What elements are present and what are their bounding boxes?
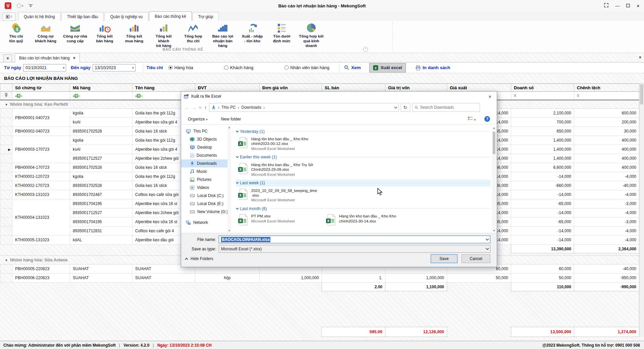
column-header-8[interactable]: Doanh số: [511, 84, 574, 92]
cell-doanh-so[interactable]: -65,000: [511, 217, 574, 227]
scroll-up-icon[interactable]: ▲: [228, 126, 231, 129]
cell-doc[interactable]: PBH00001-040723: [12, 109, 70, 127]
cell-chenh-lech[interactable]: 400,000: [574, 145, 639, 154]
back-button[interactable]: ←: [184, 105, 190, 110]
cell-dvt[interactable]: hộp: [195, 273, 260, 283]
cell-ma-hang[interactable]: SUAHAT: [70, 264, 132, 273]
cell-doanh-so[interactable]: -14,000: [511, 172, 574, 181]
ribbon-tab-3[interactable]: Báo cáo thống kê: [149, 11, 192, 21]
filter-cell-0[interactable]: ᴀBᴄ: [12, 92, 70, 100]
cell-doc[interactable]: KTH00001-120723: [12, 172, 70, 181]
ribbon-item-3[interactable]: Tổng kếtbán hàng: [90, 21, 119, 45]
document-tab[interactable]: Báo cáo lợi nhuận bán hàng ×: [15, 53, 80, 62]
cell-gia-tri-von[interactable]: 1,000,000: [385, 273, 447, 283]
column-header-0[interactable]: Số chứng từ: [12, 84, 70, 92]
sidebar-item-local-disk-e-[interactable]: Local Disk (E:): [181, 200, 231, 208]
cell-chenh-lech[interactable]: -3,000: [574, 199, 639, 208]
cell-doc[interactable]: PBH00004-170723: [12, 163, 70, 172]
cell-ma-hang[interactable]: 8935001704195: [70, 199, 132, 208]
column-header-3[interactable]: ĐVT: [195, 84, 260, 92]
cell-gia-xuat[interactable]: 50,000: [447, 273, 511, 283]
file-group-header-1[interactable]: Earlier this week (1): [236, 154, 491, 161]
cell-doanh-so[interactable]: 700,000: [511, 118, 574, 127]
file-item[interactable]: XPT PM.xlsxMicrosoft Excel Worksheet: [236, 212, 324, 229]
vertical-scrollbar[interactable]: [639, 84, 644, 337]
cell-ma-hang[interactable]: 8935001704195: [70, 217, 132, 227]
file-group-header-3[interactable]: Last month (6): [236, 205, 491, 212]
maximize-button[interactable]: [626, 3, 630, 8]
criteria-radio-1[interactable]: Khách hàng: [224, 65, 253, 70]
dropdown-icon[interactable]: ▾: [61, 66, 65, 69]
column-header-5[interactable]: SL bán: [322, 84, 385, 92]
ribbon-tab-1[interactable]: Thiết lập ban đầu: [61, 12, 104, 21]
ribbon-tab-0[interactable]: Quản trị hệ thống: [18, 12, 61, 21]
cell-ma-hang[interactable]: 8935001702528: [70, 181, 132, 190]
collapse-triangle-icon[interactable]: ▼: [5, 103, 8, 106]
ribbon-item-9[interactable]: Tồn dướiđịnh mức: [267, 21, 297, 45]
dropdown-icon[interactable]: ▾: [130, 66, 134, 69]
scroll-down-icon[interactable]: ▼: [228, 229, 231, 232]
cell-doc[interactable]: KTH00004-131023: [12, 199, 70, 236]
cell-chenh-lech[interactable]: -3,000: [574, 217, 639, 227]
ribbon-item-4[interactable]: Tổng kếtmua hàng: [119, 21, 149, 45]
criteria-radio-0[interactable]: Hàng hóa: [168, 65, 193, 70]
export-excel-button[interactable]: x Xuất excel: [369, 63, 406, 72]
sidebar-item-local-disk-c-[interactable]: Local Disk (C:): [181, 192, 231, 200]
cell-chenh-lech[interactable]: -4,000: [574, 227, 639, 236]
cell-don-gia-von[interactable]: 1,000,000: [260, 273, 322, 283]
help-button[interactable]: ?: [484, 116, 490, 122]
file-item[interactable]: X2023_10_02_09_59_58_keeping_time .xlsxM…: [236, 187, 324, 204]
view-button[interactable]: Xem: [344, 65, 361, 70]
cell-chenh-lech[interactable]: -40,000: [574, 264, 639, 273]
column-header-9[interactable]: Chênh lệch: [574, 84, 639, 92]
table-row[interactable]: PBH00006-220823SUAHATSUAHAThộp1,000,0001…: [0, 273, 639, 283]
cell-ma-hang[interactable]: ksAl: [70, 145, 132, 154]
sidebar-item-documents[interactable]: Documents: [181, 151, 231, 159]
to-date-combo[interactable]: 13/10/2023▾: [93, 64, 136, 71]
new-folder-button[interactable]: New folder: [221, 117, 241, 121]
cell-ma-hang[interactable]: 8935001712831: [70, 227, 132, 236]
print-list-button[interactable]: In danh sách: [415, 65, 450, 70]
cell-ma-hang[interactable]: SUAHAT: [70, 273, 132, 283]
forward-button[interactable]: →: [192, 105, 197, 110]
up-button[interactable]: ↑: [204, 105, 207, 110]
close-button[interactable]: ×: [637, 3, 639, 8]
sidebar-item-downloads[interactable]: Downloads: [181, 159, 231, 167]
search-input[interactable]: [420, 105, 477, 110]
sidebar-item-music[interactable]: Music: [181, 167, 231, 176]
filter-cell-9[interactable]: =: [574, 92, 639, 100]
ribbon-item-2[interactable]: Công nợ nhàcung cấp: [60, 21, 90, 45]
cell-doanh-so[interactable]: 1,400,000: [511, 136, 574, 145]
cell-chenh-lech[interactable]: -4,000: [574, 208, 639, 217]
cell-chenh-lech[interactable]: 400,000: [574, 136, 639, 145]
cell-doanh-so[interactable]: 2,100,000: [511, 109, 574, 118]
dialog-close-button[interactable]: ×: [486, 94, 494, 99]
criteria-radio-2[interactable]: Nhân viên bán hàng: [284, 65, 329, 70]
filter-cell-8[interactable]: =: [511, 92, 574, 100]
cell-doc[interactable]: KTH00003-131023: [12, 190, 70, 199]
cell-doanh-so[interactable]: -14,000: [511, 208, 574, 217]
scroll-up-icon[interactable]: ▲: [492, 127, 496, 130]
cell-chenh-lech[interactable]: 30,000: [574, 127, 639, 136]
dropdown-icon[interactable]: [486, 237, 489, 241]
fullscreen-icon[interactable]: [604, 3, 608, 8]
ribbon-collapse-button[interactable]: ⌃: [363, 47, 368, 52]
column-header-2[interactable]: Tên hàng: [132, 84, 195, 92]
file-item[interactable]: XHàng tồn kho ban đầu _ Kho Trụ Sở Chính…: [236, 161, 324, 178]
cell-doc[interactable]: KTH00002-170723: [12, 181, 70, 190]
file-item[interactable]: XHàng tồn kho ban đầu _ Kho Kho chính202…: [324, 212, 412, 229]
cell-ten-hang[interactable]: SUAHAT: [132, 273, 195, 283]
ribbon-item-6[interactable]: Tổng hợpthu chi: [178, 21, 208, 45]
cell-ma-hang[interactable]: kgolia: [70, 109, 132, 118]
scroll-down-icon[interactable]: ▼: [492, 229, 496, 232]
sidebar-item-videos[interactable]: Videos: [181, 184, 231, 192]
sidebar-item-3d-objects[interactable]: 3D Objects: [181, 135, 231, 143]
file-item[interactable]: XHàng tồn kho ban đầu _ Kho Kho chính202…: [236, 135, 324, 152]
hide-folders-button[interactable]: Hide Folders: [186, 256, 213, 261]
cell-chenh-lech[interactable]: -4,000: [574, 190, 639, 199]
column-header-1[interactable]: Mã hàng: [70, 84, 132, 92]
scrollbar-thumb[interactable]: [493, 132, 495, 154]
tab-close-icon[interactable]: ×: [73, 56, 75, 60]
ribbon-item-8[interactable]: Xuất - nhập- tồn kho: [237, 21, 267, 45]
cell-chenh-lech[interactable]: -4,000: [574, 236, 639, 245]
